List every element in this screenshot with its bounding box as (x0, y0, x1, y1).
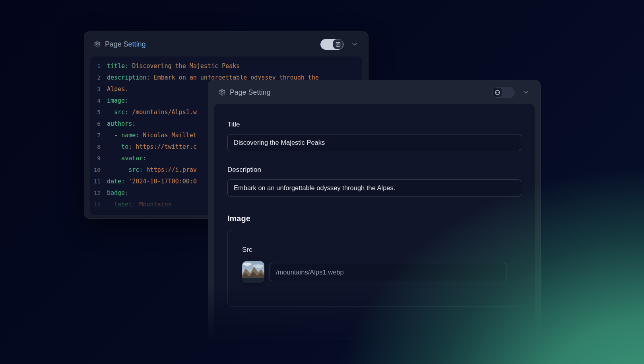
code-text: label: Mountains (107, 201, 172, 208)
code-text: src: https://i.prav (107, 166, 197, 173)
code-text: src: /mountains/Alps1.w (107, 109, 197, 116)
code-text: - name: Nicolas Maillet (107, 132, 197, 139)
line-number: 1 (90, 63, 107, 69)
code-text: authors: (107, 120, 136, 127)
line-number: 13 (90, 201, 107, 208)
code-text: Alpes. (107, 86, 128, 93)
code-view-toggle[interactable] (492, 87, 515, 98)
line-number: 3 (90, 86, 107, 92)
gear-icon (94, 41, 101, 48)
code-text: image: (107, 97, 128, 104)
line-number: 5 (90, 109, 107, 115)
image-thumbnail (242, 261, 264, 283)
code-text: date: '2024-10-17T00:00:0 (107, 178, 197, 185)
page-setting-form: Title Description Image Src (214, 104, 535, 337)
code-text: avatar: (107, 155, 146, 162)
line-number: 9 (90, 155, 107, 162)
src-label: Src (242, 246, 506, 254)
code-square-icon (493, 88, 502, 97)
chevron-down-icon[interactable] (351, 40, 359, 48)
line-number: 11 (90, 178, 107, 185)
chevron-down-icon[interactable] (522, 88, 530, 96)
code-text: title: Discovering the Majestic Peaks (107, 62, 240, 70)
line-number: 4 (90, 97, 107, 104)
desktop-background: Page Setting 1title: Discovering the Maj… (0, 0, 644, 364)
image-section-heading: Image (227, 214, 521, 223)
line-number: 8 (90, 144, 107, 150)
front-panel-header: Page Setting (208, 80, 540, 104)
code-text: badge: (107, 189, 128, 197)
code-line: 1title: Discovering the Majestic Peaks (90, 60, 362, 72)
line-number: 6 (90, 121, 107, 127)
code-view-toggle[interactable] (320, 39, 343, 50)
line-number: 12 (90, 190, 107, 196)
image-src-input[interactable] (270, 263, 506, 281)
description-label: Description (227, 166, 521, 174)
code-text: to: https://twitter.c (107, 143, 197, 150)
line-number: 2 (90, 74, 107, 81)
image-card: Src (227, 230, 521, 307)
back-panel-header: Page Setting (84, 32, 368, 56)
line-number: 10 (90, 167, 107, 173)
line-number: 7 (90, 132, 107, 138)
gear-icon (219, 89, 226, 96)
panel-title: Page Setting (105, 40, 146, 49)
panel-title: Page Setting (230, 88, 271, 97)
page-setting-panel-form: Page Setting Title Description Image Src (208, 80, 541, 343)
description-input[interactable] (227, 179, 521, 197)
code-square-icon (333, 39, 343, 49)
title-input[interactable] (227, 134, 521, 151)
title-label: Title (227, 121, 521, 128)
